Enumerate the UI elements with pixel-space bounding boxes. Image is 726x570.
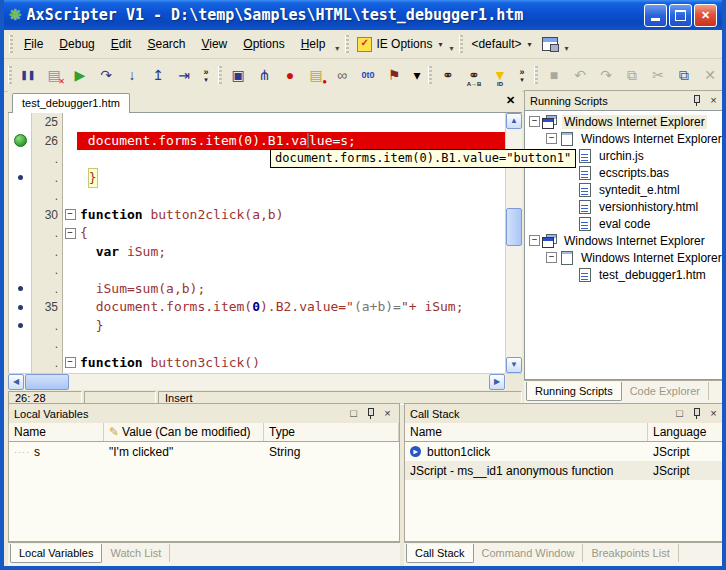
toolbar-search-overflow[interactable]: »▾ xyxy=(513,62,531,88)
goto-id-button[interactable]: ▼ID xyxy=(487,62,513,88)
watch-glasses-button[interactable]: ∞ xyxy=(329,62,355,88)
code-line[interactable]: iSum=sum(a,b); xyxy=(77,280,505,299)
fold-toggle-icon[interactable]: − xyxy=(65,228,76,239)
evaluate-button[interactable]: 0t0 xyxy=(355,62,381,88)
call-stack-column-language[interactable]: Language xyxy=(648,423,725,441)
maximize-button[interactable] xyxy=(669,4,692,27)
bottom-left-tab-watch-list[interactable]: Watch List xyxy=(102,544,170,562)
minimize-button[interactable] xyxy=(644,4,667,27)
right-panel-tab-code-explorer[interactable]: Code Explorer xyxy=(622,382,709,400)
scroll-down-icon[interactable]: ▼ xyxy=(506,357,522,373)
call-stack-column-name[interactable]: Name xyxy=(405,423,648,441)
toolbar-debug-overflow[interactable]: »▾ xyxy=(197,62,215,88)
bottom-right-tab-command-window[interactable]: Command Window xyxy=(474,544,584,562)
menu-item-debug[interactable]: Debug xyxy=(51,31,102,57)
step-out-button[interactable]: ↥ xyxy=(145,62,171,88)
pin-icon[interactable] xyxy=(690,407,703,420)
code-line[interactable] xyxy=(77,335,505,354)
vertical-scroll-thumb[interactable] xyxy=(506,208,522,246)
close-panel-icon[interactable]: × xyxy=(707,94,720,107)
menu-item-options[interactable]: Options xyxy=(235,31,292,57)
paste-button[interactable]: ⧉ xyxy=(671,62,697,88)
call-tree-button[interactable]: ⋔ xyxy=(251,62,277,88)
tree-item-windows-internet-explorer[interactable]: −Windows Internet Explorer xyxy=(525,232,725,249)
ie-options-button[interactable]: IE Options ▾ xyxy=(352,37,447,52)
undo-button[interactable]: ↶ xyxy=(567,62,593,88)
menu-item-help[interactable]: Help xyxy=(293,31,334,57)
call-stack-row[interactable]: ▸button1clickJScript xyxy=(405,442,725,461)
close-panel-icon[interactable]: × xyxy=(381,407,394,420)
flag-note-button[interactable]: ⚑ xyxy=(381,62,407,88)
run-to-cursor-button[interactable]: ⇥ xyxy=(171,62,197,88)
maximize-panel-icon[interactable]: □ xyxy=(673,407,686,420)
tree-item-windows-internet-explorer[interactable]: −Windows Internet Explorer xyxy=(525,249,725,266)
local-variables-column-value-can-be-modified[interactable]: ✎Value (Can be modified) xyxy=(104,423,264,441)
editor-tab[interactable]: test_debugger1.htm xyxy=(12,93,130,113)
local-variables-column-name[interactable]: Name xyxy=(9,423,104,441)
code-line[interactable] xyxy=(77,113,505,132)
tree-expander-icon[interactable]: − xyxy=(546,252,557,263)
local-variables-column-type[interactable]: Type xyxy=(264,423,399,441)
tree-expander-icon[interactable]: − xyxy=(529,116,540,127)
scroll-left-icon[interactable]: ◀ xyxy=(8,374,24,390)
script-breakpoints-button[interactable]: ▤● xyxy=(303,62,329,88)
code-line[interactable]: function button3click() xyxy=(77,354,505,373)
pin-icon[interactable] xyxy=(690,94,703,107)
call-stack-row[interactable]: JScript - ms__id1 anonymous functionJScr… xyxy=(405,461,725,480)
right-panel-tab-running-scripts[interactable]: Running Scripts xyxy=(526,382,622,401)
ie-toolbar-grip[interactable] xyxy=(345,35,349,53)
copy-button[interactable]: ⧉ xyxy=(619,62,645,88)
scroll-right-icon[interactable]: ▶ xyxy=(489,374,505,390)
code-line[interactable]: { xyxy=(77,224,505,243)
tree-item-versionhistory-html[interactable]: versionhistory.html xyxy=(525,198,725,215)
horizontal-scroll-thumb[interactable] xyxy=(25,374,69,390)
code-line[interactable]: } xyxy=(77,317,505,336)
layout-toolbar-grip[interactable] xyxy=(459,35,463,53)
menu-item-view[interactable]: View xyxy=(193,31,235,57)
code-line[interactable]: document.forms.item(0).B2.value="(a+b)="… xyxy=(77,298,505,317)
layout-combo[interactable]: <default> ▾ xyxy=(466,37,536,51)
close-panel-icon[interactable]: × xyxy=(707,407,720,420)
toggle-breakpoint-button[interactable]: ● xyxy=(277,62,303,88)
code-line[interactable]: var iSum; xyxy=(77,243,505,262)
replace-button[interactable]: ⚭A→B xyxy=(461,62,487,88)
cut-button[interactable]: ✂ xyxy=(645,62,671,88)
tree-expander-icon[interactable]: − xyxy=(529,235,540,246)
pin-icon[interactable] xyxy=(364,407,377,420)
delete-button[interactable]: ✕ xyxy=(697,62,723,88)
tree-item-windows-internet-explorer[interactable]: −Windows Internet Explorer xyxy=(525,113,725,130)
close-button[interactable]: ✕ xyxy=(694,4,717,27)
find-button[interactable]: ⚭ xyxy=(435,62,461,88)
maximize-panel-icon[interactable]: □ xyxy=(347,407,360,420)
tree-expander-icon[interactable]: − xyxy=(546,133,557,144)
stop-button[interactable]: ■ xyxy=(541,62,567,88)
close-script-button[interactable]: ▤✕ xyxy=(41,62,67,88)
code-line[interactable]: } xyxy=(77,169,505,188)
fold-toggle-icon[interactable]: − xyxy=(65,357,76,368)
menu-item-file[interactable]: File xyxy=(16,31,51,57)
menu-grip[interactable] xyxy=(9,35,13,53)
tree-item-windows-internet-explorer[interactable]: −Windows Internet Explorer xyxy=(525,130,725,147)
code-line[interactable]: function button2click(a,b) xyxy=(77,206,505,225)
step-into-button[interactable]: ↓ xyxy=(119,62,145,88)
menu-item-edit[interactable]: Edit xyxy=(103,31,140,57)
bottom-right-tab-breakpoints-list[interactable]: Breakpoints List xyxy=(583,544,678,562)
tree-item-eval-code[interactable]: eval code xyxy=(525,215,725,232)
layout-toolbar-overflow-arrow[interactable]: ▾ xyxy=(563,36,572,53)
code-line[interactable] xyxy=(77,261,505,280)
redo-button[interactable]: ↷ xyxy=(593,62,619,88)
step-over-button[interactable]: ↷ xyxy=(93,62,119,88)
fold-toggle-icon[interactable]: − xyxy=(65,209,76,220)
ie-toolbar-overflow-arrow[interactable]: ▾ xyxy=(447,36,456,53)
current-execution-line[interactable]: document.forms.item(0).B1.value=s; xyxy=(77,132,505,151)
tree-item-syntedit-e-html[interactable]: syntedit_e.html xyxy=(525,181,725,198)
menu-overflow-arrow[interactable]: ▾ xyxy=(333,36,342,53)
menu-item-search[interactable]: Search xyxy=(139,31,193,57)
save-layout-button[interactable] xyxy=(537,37,563,51)
bottom-right-tab-call-stack[interactable]: Call Stack xyxy=(406,544,474,563)
windows-list-button[interactable]: ▣ xyxy=(225,62,251,88)
code-line[interactable] xyxy=(77,187,505,206)
tree-item-test-debugger1-htm[interactable]: test_debugger1.htm xyxy=(525,266,725,283)
scroll-up-icon[interactable]: ▲ xyxy=(506,113,522,129)
bottom-left-tab-local-variables[interactable]: Local Variables xyxy=(10,544,102,563)
